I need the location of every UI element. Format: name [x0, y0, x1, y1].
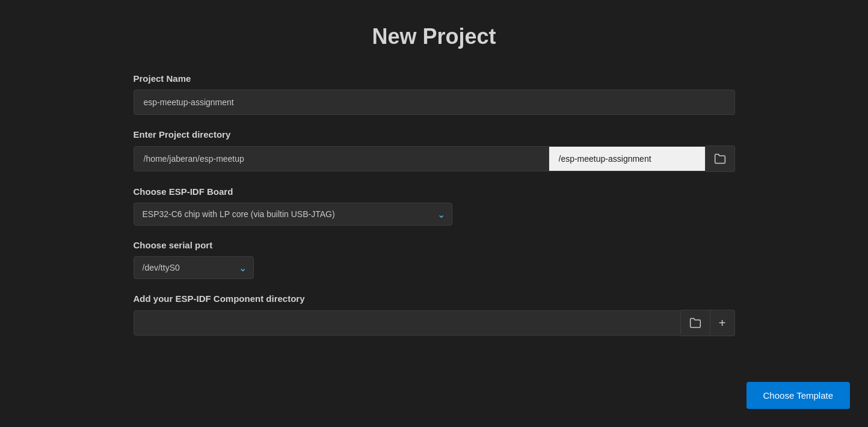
project-directory-group: Enter Project directory: [134, 129, 735, 172]
project-directory-label: Enter Project directory: [134, 129, 735, 140]
page-container: New Project Project Name Enter Project d…: [0, 0, 868, 427]
choose-template-button[interactable]: Choose Template: [746, 382, 850, 409]
component-add-button[interactable]: +: [710, 310, 735, 336]
directory-row: [134, 146, 735, 172]
serial-port-group: Choose serial port /dev/ttyS0 /dev/ttyUS…: [134, 240, 735, 279]
project-name-input[interactable]: [134, 90, 735, 115]
board-select-wrapper: ESP32-C6 chip with LP core (via builtin …: [134, 203, 452, 226]
board-select[interactable]: ESP32-C6 chip with LP core (via builtin …: [134, 203, 452, 226]
directory-browse-button[interactable]: [706, 146, 735, 172]
folder-icon: [714, 153, 726, 165]
component-row: +: [134, 310, 735, 336]
form-section: Project Name Enter Project directory Cho…: [134, 73, 735, 336]
folder-icon: [689, 317, 701, 329]
component-directory-group: Add your ESP-IDF Component directory +: [134, 293, 735, 336]
directory-base-input[interactable]: [134, 146, 549, 171]
serial-port-select-wrapper: /dev/ttyS0 /dev/ttyUSB0 /dev/ttyACM0 ⌄: [134, 256, 254, 279]
project-name-label: Project Name: [134, 73, 735, 84]
component-directory-input[interactable]: [134, 310, 681, 336]
plus-icon: +: [719, 316, 726, 330]
directory-suffix-input[interactable]: [549, 146, 706, 171]
page-title: New Project: [18, 24, 850, 49]
board-label: Choose ESP-IDF Board: [134, 186, 735, 197]
board-group: Choose ESP-IDF Board ESP32-C6 chip with …: [134, 186, 735, 226]
component-directory-label: Add your ESP-IDF Component directory: [134, 293, 735, 304]
serial-port-label: Choose serial port: [134, 240, 735, 250]
project-name-group: Project Name: [134, 73, 735, 115]
component-folder-button[interactable]: [681, 310, 710, 336]
serial-port-select[interactable]: /dev/ttyS0 /dev/ttyUSB0 /dev/ttyACM0: [134, 256, 254, 279]
